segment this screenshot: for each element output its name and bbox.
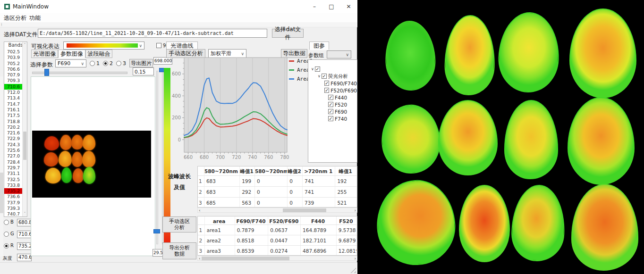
menu-item-region-analysis[interactable]: 选区分析: [4, 14, 26, 22]
scroll-right-icon[interactable]: ›: [354, 256, 356, 261]
band-item[interactable]: 728.4: [4, 159, 23, 165]
channel-radio-g[interactable]: [4, 232, 9, 237]
tree-checkbox[interactable]: ✓: [324, 88, 329, 93]
tree-checkbox[interactable]: ✓: [328, 95, 333, 100]
radio-1[interactable]: [90, 61, 95, 66]
tree-node-f690-f740[interactable]: ✓F690/F740: [308, 80, 357, 87]
tree-checkbox[interactable]: ✓: [328, 116, 333, 121]
band-item[interactable]: 732.5: [4, 177, 23, 183]
menu-item-functions[interactable]: 功能: [29, 14, 41, 22]
chevron-expanded-icon[interactable]: ∨: [317, 74, 322, 78]
tree-node-f440[interactable]: ✓F440: [308, 94, 357, 101]
band-item[interactable]: 729.7: [4, 165, 23, 171]
band-item[interactable]: 716.1: [4, 107, 23, 113]
band-item[interactable]: 731.1: [4, 171, 23, 176]
tab-band-fusion[interactable]: 波段融合: [85, 50, 112, 58]
band-item[interactable]: 709.3: [4, 78, 23, 83]
scroll-left-icon[interactable]: ‹: [199, 208, 201, 213]
radio-3[interactable]: [116, 61, 121, 66]
tree-checkbox[interactable]: ✓: [328, 109, 333, 114]
area-scroll-thumb[interactable]: [202, 257, 289, 260]
table-row[interactable]: 1area10.78790.0637164.87899.5738: [198, 225, 357, 235]
tree-node-f740[interactable]: ✓F740: [308, 115, 357, 122]
leaf-false-color-image[interactable]: [358, 0, 644, 274]
table-row[interactable]: 2area20.85180.0447182.71019.6879: [198, 235, 357, 246]
tree-checkbox[interactable]: ✓: [324, 81, 329, 86]
colorbar-lower-handle[interactable]: [153, 229, 160, 233]
band-item[interactable]: 736.6: [4, 194, 23, 199]
chevron-expanded-icon[interactable]: ∨: [310, 67, 315, 71]
minimize-button[interactable]: –: [306, 0, 323, 13]
band-item[interactable]: 733.8: [4, 183, 23, 188]
choose-dat-button[interactable]: 选择dat文件: [272, 29, 304, 38]
band-item[interactable]: 740.7: [4, 211, 23, 217]
band-item[interactable]: 717.5: [4, 113, 23, 118]
close-button[interactable]: ✕: [340, 0, 357, 13]
tree-node-f520-f690[interactable]: ✓F520/F690: [308, 87, 357, 94]
scroll-left-icon[interactable]: ‹: [199, 256, 201, 261]
maximize-button[interactable]: □: [323, 0, 340, 13]
band-item[interactable]: 712.0: [4, 90, 23, 95]
band-item[interactable]: 702.5: [4, 49, 23, 55]
table-row[interactable]: 368556300739521: [198, 198, 357, 208]
param-combo[interactable]: F690 ∨: [55, 59, 86, 67]
band-item[interactable]: 710.6: [4, 84, 23, 90]
channel-value-g[interactable]: 710.6: [17, 231, 32, 238]
tree-node-root[interactable]: ∨✓: [308, 66, 357, 73]
band-item[interactable]: 725.6: [4, 148, 23, 153]
colormap-combo[interactable]: ∨: [63, 42, 144, 50]
tree-node-f520[interactable]: ✓F520: [308, 101, 357, 108]
radio-2[interactable]: [103, 61, 108, 66]
scroll-up-icon[interactable]: ˄: [23, 43, 27, 47]
tree-checkbox[interactable]: ✓: [328, 102, 333, 107]
threshold-slider-handle[interactable]: [44, 69, 49, 76]
channel-radio-r[interactable]: [4, 243, 9, 249]
export-analysis-button[interactable]: 导出分析 数据: [162, 242, 196, 259]
export-image-button[interactable]: 导出图片: [129, 59, 153, 67]
tab-image-params[interactable]: 图参: [309, 42, 329, 50]
peak-table-hscroll[interactable]: ‹ ›: [197, 208, 357, 213]
band-item[interactable]: 735.2: [4, 188, 23, 194]
band-item[interactable]: 737.9: [4, 200, 23, 206]
rotate-90-checkbox[interactable]: [156, 43, 161, 48]
tree-node-f690[interactable]: ✓F690: [308, 108, 357, 115]
tree-node--[interactable]: ∨✓荧光分析: [308, 73, 357, 80]
dat-file-path-input[interactable]: E:/data/365-1102/line_11_2021-10-28_09-1…: [38, 29, 267, 38]
band-item[interactable]: 724.3: [4, 142, 23, 148]
band-item[interactable]: 705.2: [4, 61, 23, 66]
colorbar-upper-slider-track[interactable]: [156, 71, 158, 244]
tree-checkbox[interactable]: ✓: [315, 66, 320, 72]
channel-value-r[interactable]: 735.2: [17, 242, 32, 250]
band-item[interactable]: 727.0: [4, 153, 23, 159]
band-item[interactable]: 721.6: [4, 130, 23, 136]
peak-scroll-thumb[interactable]: [283, 208, 326, 212]
band-item[interactable]: 739.3: [4, 206, 23, 211]
manual-region-button-2[interactable]: 手动选区 分析: [162, 216, 196, 232]
gray-value-field[interactable]: 470.6: [17, 254, 32, 261]
tree-checkbox[interactable]: ✓: [322, 74, 327, 79]
tab-parameter-image[interactable]: 参数图像: [58, 50, 85, 58]
band-item[interactable]: 706.6: [4, 66, 23, 72]
scroll-right-icon[interactable]: ›: [354, 208, 356, 213]
band-item[interactable]: 714.7: [4, 101, 23, 107]
toolbar-handle[interactable]: ⁞: [1, 23, 2, 27]
scroll-down-icon[interactable]: ˅: [23, 212, 27, 216]
area-table-hscroll[interactable]: ‹ ›: [197, 256, 357, 261]
bands-scroll-thumb[interactable]: [23, 132, 26, 160]
splitter-handle[interactable]: [0, 173, 3, 213]
tab-spectral-image[interactable]: 光谱图像: [31, 50, 58, 58]
threshold-value-field[interactable]: 0.15: [133, 67, 154, 75]
table-row[interactable]: 3area30.85390.0274487.689612.0819: [198, 246, 357, 256]
table-row[interactable]: 168319900741192: [198, 176, 357, 187]
table-row[interactable]: 268329200741255: [198, 187, 357, 198]
band-item[interactable]: 718.8: [4, 119, 23, 125]
channel-radio-b[interactable]: [4, 220, 9, 225]
band-item[interactable]: 713.4: [4, 95, 23, 101]
band-item[interactable]: 707.9: [4, 72, 23, 78]
band-item[interactable]: 722.9: [4, 136, 23, 141]
band-item[interactable]: 720.2: [4, 125, 23, 130]
leaf-thumbnail-image[interactable]: [32, 131, 151, 198]
bands-scrollbar[interactable]: ˄ ˅: [22, 42, 27, 216]
band-item[interactable]: 703.9: [4, 55, 23, 60]
channel-value-b[interactable]: 680.8: [17, 219, 32, 226]
